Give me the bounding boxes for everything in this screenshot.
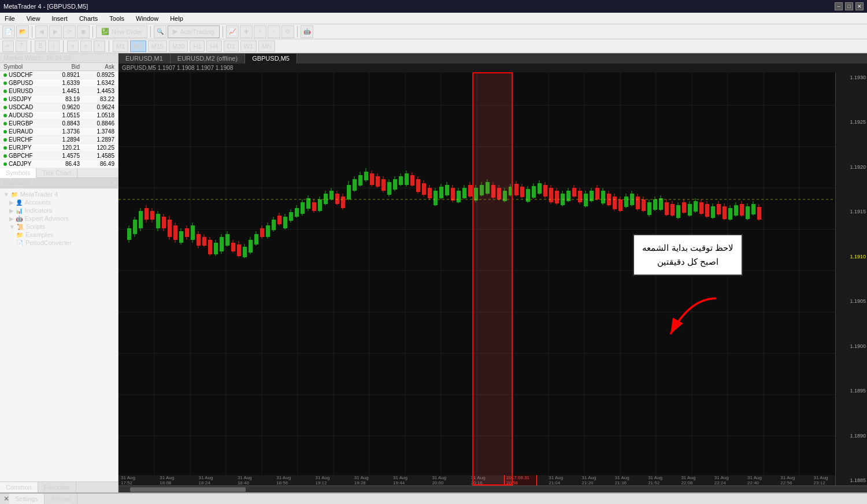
nav-tree: ▼ 📁MetaTrader 4▶ 👤Accounts▶ 📊Indicators▶… (0, 188, 118, 249)
nav-item-scripts[interactable]: ▼ 📜Scripts (0, 223, 118, 231)
price-7: 1.1900 (837, 343, 866, 349)
nav-item-periodconverter[interactable]: 📄PeriodConverter (0, 239, 118, 247)
nav-item-indicators[interactable]: ▶ 📊Indicators (0, 206, 118, 214)
autotrading-button[interactable]: ▶ AutoTrading (168, 25, 220, 38)
menu-file[interactable]: File (2, 14, 17, 23)
maximize-button[interactable]: □ (845, 2, 853, 10)
tab-journal[interactable]: Journal (45, 494, 77, 504)
tab-symbols[interactable]: Symbols (0, 168, 36, 178)
navigator-close[interactable]: ✕ (109, 179, 114, 187)
new-order-button[interactable]: 💹 New Order (96, 25, 147, 38)
period-m30[interactable]: M30 (169, 40, 188, 52)
market-watch-row[interactable]: EURGBP 0.8843 0.8846 (0, 120, 118, 128)
sep1 (32, 26, 32, 38)
ask-cell: 0.9624 (80, 104, 114, 110)
market-watch-row[interactable]: EURCHF 1.2894 1.2897 (0, 136, 118, 144)
minimize-button[interactable]: – (835, 2, 843, 10)
menu-charts[interactable]: Charts (77, 14, 100, 23)
text-btn[interactable]: T (16, 40, 27, 52)
symbol-cell: EURAUD (3, 128, 45, 135)
market-watch-row[interactable]: USDJPY 83.19 83.22 (0, 95, 118, 103)
nav-item-examples[interactable]: 📁Examples (0, 231, 118, 239)
expert-btn[interactable]: 🤖 (301, 25, 313, 38)
price-2: 1.1925 (837, 119, 866, 125)
menu-view[interactable]: View (24, 14, 43, 23)
reload-button[interactable]: ⟳ (63, 25, 76, 38)
market-watch-row[interactable]: EURUSD 1.4451 1.4453 (0, 87, 118, 95)
market-watch-row[interactable]: USDCAD 0.9620 0.9624 (0, 103, 118, 112)
stop-button[interactable]: ◼ (77, 25, 90, 38)
fwd-button[interactable]: ▶ (49, 25, 62, 38)
back-button[interactable]: ◀ (35, 25, 48, 38)
italic-btn[interactable]: | (48, 40, 60, 52)
period-mn[interactable]: MN (258, 40, 275, 52)
market-watch-row[interactable]: CADJPY 86.43 86.49 (0, 160, 118, 168)
time-label-5: 31 Aug 18:56 (276, 475, 298, 486)
menu-tools[interactable]: Tools (107, 14, 127, 23)
tab-settings[interactable]: Settings (9, 494, 45, 504)
market-watch-row[interactable]: GBPCHF 1.4575 1.4585 (0, 152, 118, 160)
line-tool[interactable]: 📈 (226, 25, 239, 38)
crosshair-tool[interactable]: ✚ (240, 25, 253, 38)
draw-btn[interactable]: ✏ (2, 40, 14, 52)
period-m1[interactable]: M1 (113, 40, 128, 52)
menu-help[interactable]: Help (168, 14, 186, 23)
autotrading-label: AutoTrading (180, 28, 214, 35)
nav-item-metatrader-4[interactable]: ▼ 📁MetaTrader 4 (0, 190, 118, 198)
time-label-15: 31 Aug 21:52 (648, 475, 669, 486)
properties-btn[interactable]: ⚙ (281, 25, 294, 38)
scrollbar-thumb[interactable] (130, 487, 246, 492)
zoom-in-btn[interactable]: + (254, 25, 266, 38)
menu-window[interactable]: Window (134, 14, 161, 23)
nav-item-expert-advisors[interactable]: ▶ 🤖Expert Advisors (0, 214, 118, 223)
select-btn[interactable]: ↖ (94, 40, 105, 52)
zoom-out-btn[interactable]: − (268, 25, 280, 38)
chart-info-text: GBPUSD,M5 1.1907 1.1908 1.1907 1.1908 (122, 65, 233, 71)
new-order-icon: 💹 (101, 28, 109, 35)
market-watch-row[interactable]: EURJPY 120.21 120.25 (0, 144, 118, 152)
market-watch-row[interactable]: AUDUSD 1.0515 1.0518 (0, 112, 118, 120)
chart-scrollbar[interactable] (118, 486, 867, 492)
ask-cell: 86.49 (80, 161, 114, 167)
tab-common[interactable]: Common (0, 482, 38, 492)
market-watch-tabs: Symbols Tick Chart (0, 168, 118, 178)
menu-insert[interactable]: Insert (49, 14, 70, 23)
new-button[interactable]: 📄 (2, 25, 15, 38)
nav-icon: 📁 (16, 232, 23, 238)
tab-eurusd-m2[interactable]: EURUSD,M2 (offline) (171, 54, 245, 64)
time-label-12: 31 Aug 21:04 (549, 475, 570, 486)
chart-tabs: EURUSD,M1 EURUSD,M2 (offline) GBPUSD,M5 (118, 53, 867, 64)
close-button[interactable]: ✕ (855, 2, 864, 10)
market-watch-row[interactable]: EURAUD 1.3736 1.3748 (0, 128, 118, 136)
bold-btn[interactable]: B (35, 40, 46, 52)
tab-tick-chart[interactable]: Tick Chart (36, 168, 77, 177)
col-ask: Ask (80, 64, 114, 70)
period-h4[interactable]: H4 (206, 40, 221, 52)
tab-gbpusd-m5[interactable]: GBPUSD,M5 (245, 54, 297, 64)
bid-cell: 1.4575 (45, 153, 80, 159)
st-close-button[interactable]: ✕ (3, 495, 9, 503)
tab-eurusd-m1[interactable]: EURUSD,M1 (118, 54, 171, 64)
time-label-7: 31 Aug 19:28 (354, 475, 376, 486)
chart-zoom-in[interactable]: 🔍 (154, 25, 166, 38)
symbol-cell: EURJPY (3, 144, 45, 151)
sep2 (92, 26, 93, 38)
tab-favorites[interactable]: Favorites (38, 482, 76, 492)
period-m15[interactable]: M15 (148, 40, 167, 52)
align-left[interactable]: ≡ (67, 40, 79, 52)
period-h1[interactable]: H1 (190, 40, 205, 52)
bid-cell: 1.6339 (45, 80, 80, 86)
period-d1[interactable]: D1 (224, 40, 239, 52)
nav-icon: ▼ 📜 (9, 224, 24, 230)
market-watch-row[interactable]: GBPUSD 1.6339 1.6342 (0, 79, 118, 87)
market-watch-row[interactable]: USDCHF 0.8921 0.8925 (0, 71, 118, 79)
chart-canvas[interactable]: لاحظ توقيت بداية الشمعهاصبح كل دقيقتين (118, 72, 835, 486)
nav-item-accounts[interactable]: ▶ 👤Accounts (0, 198, 118, 206)
period-w1[interactable]: W1 (240, 40, 257, 52)
align-center[interactable]: ≡ (80, 40, 92, 52)
time-label-4: 31 Aug 18:40 (238, 475, 259, 486)
open-button[interactable]: 📂 (16, 25, 29, 38)
time-label-14: 31 Aug 21:36 (615, 475, 636, 486)
time-axis: 31 Aug 17:52 31 Aug 18:08 31 Aug 18:24 3… (118, 475, 835, 486)
period-m5[interactable]: M5 (130, 40, 146, 52)
